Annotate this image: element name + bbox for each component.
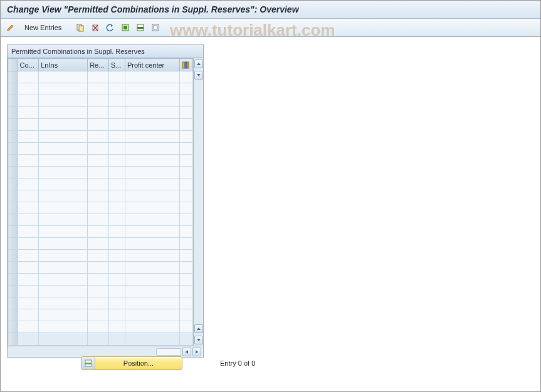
cell[interactable] xyxy=(125,178,179,190)
col-header-profit-center[interactable]: Profit center xyxy=(125,59,179,71)
cell[interactable] xyxy=(179,238,192,250)
row-selector[interactable] xyxy=(8,297,18,309)
cell[interactable] xyxy=(108,119,125,131)
row-selector[interactable] xyxy=(8,143,18,155)
cell[interactable] xyxy=(125,131,179,143)
cell[interactable] xyxy=(18,250,39,262)
table-row[interactable] xyxy=(8,178,193,190)
cell[interactable] xyxy=(88,202,109,214)
copy-as-button[interactable] xyxy=(74,21,87,34)
row-selector[interactable] xyxy=(8,321,18,333)
cell[interactable] xyxy=(18,190,39,202)
cell[interactable] xyxy=(125,95,179,107)
hscroll-track[interactable] xyxy=(156,348,181,356)
cell[interactable] xyxy=(179,321,192,333)
delete-button[interactable] xyxy=(89,21,102,34)
table-row[interactable] xyxy=(8,119,193,131)
cell[interactable] xyxy=(179,190,192,202)
cell[interactable] xyxy=(88,143,109,155)
cell[interactable] xyxy=(39,250,88,262)
scroll-right-button[interactable] xyxy=(192,348,201,356)
table-row[interactable] xyxy=(8,262,193,274)
cell[interactable] xyxy=(125,143,179,155)
table-row[interactable] xyxy=(8,167,193,178)
cell[interactable] xyxy=(125,167,179,178)
row-selector[interactable] xyxy=(8,190,18,202)
new-entries-button[interactable]: New Entries xyxy=(19,21,66,34)
cell[interactable] xyxy=(108,274,125,286)
cell[interactable] xyxy=(39,71,88,83)
table-row[interactable] xyxy=(8,190,193,202)
cell[interactable] xyxy=(18,226,39,238)
row-selector[interactable] xyxy=(8,238,18,250)
cell[interactable] xyxy=(18,262,39,274)
row-selector[interactable] xyxy=(8,83,18,95)
cell[interactable] xyxy=(39,107,88,119)
cell[interactable] xyxy=(88,286,109,297)
cell[interactable] xyxy=(39,202,88,214)
cell[interactable] xyxy=(125,274,179,286)
cell[interactable] xyxy=(108,71,125,83)
row-selector[interactable] xyxy=(8,214,18,226)
cell[interactable] xyxy=(125,309,179,321)
select-all-button[interactable] xyxy=(119,21,132,34)
cell[interactable] xyxy=(179,167,192,178)
cell[interactable] xyxy=(88,238,109,250)
cell[interactable] xyxy=(88,309,109,321)
col-header-re[interactable]: Re... xyxy=(88,59,109,71)
row-selector[interactable] xyxy=(8,226,18,238)
cell[interactable] xyxy=(18,309,39,321)
cell[interactable] xyxy=(18,202,39,214)
cell[interactable] xyxy=(88,297,109,309)
cell[interactable] xyxy=(125,83,179,95)
cell[interactable] xyxy=(108,131,125,143)
cell[interactable] xyxy=(88,119,109,131)
cell[interactable] xyxy=(179,155,192,167)
cell[interactable] xyxy=(179,119,192,131)
cell[interactable] xyxy=(18,155,39,167)
cell[interactable] xyxy=(39,262,88,274)
cell[interactable] xyxy=(108,167,125,178)
row-selector[interactable] xyxy=(8,250,18,262)
cell[interactable] xyxy=(179,262,192,274)
cell[interactable] xyxy=(88,155,109,167)
row-selector[interactable] xyxy=(8,95,18,107)
cell[interactable] xyxy=(108,190,125,202)
row-selector[interactable] xyxy=(8,131,18,143)
cell[interactable] xyxy=(18,83,39,95)
scroll-down-button[interactable] xyxy=(194,71,203,80)
row-selector[interactable] xyxy=(8,202,18,214)
cell[interactable] xyxy=(108,297,125,309)
cell[interactable] xyxy=(18,167,39,178)
cell[interactable] xyxy=(179,250,192,262)
cell[interactable] xyxy=(39,190,88,202)
deselect-all-button[interactable] xyxy=(149,21,162,34)
scroll-down-bottom-button[interactable] xyxy=(194,336,203,344)
cell[interactable] xyxy=(39,178,88,190)
table-row[interactable] xyxy=(8,274,193,286)
table-row[interactable] xyxy=(8,250,193,262)
row-selector[interactable] xyxy=(8,71,18,83)
scroll-up-bottom-button[interactable] xyxy=(194,324,203,333)
cell[interactable] xyxy=(39,83,88,95)
cell[interactable] xyxy=(39,321,88,333)
cell[interactable] xyxy=(18,107,39,119)
cell[interactable] xyxy=(125,321,179,333)
cell[interactable] xyxy=(125,202,179,214)
cell[interactable] xyxy=(125,214,179,226)
position-button[interactable]: Position... xyxy=(81,356,182,370)
table-row[interactable] xyxy=(8,226,193,238)
cell[interactable] xyxy=(39,143,88,155)
cell[interactable] xyxy=(18,143,39,155)
table-row[interactable] xyxy=(8,238,193,250)
toggle-change-display-button[interactable] xyxy=(4,21,17,34)
cell[interactable] xyxy=(108,321,125,333)
cell[interactable] xyxy=(108,214,125,226)
cell[interactable] xyxy=(125,286,179,297)
row-selector[interactable] xyxy=(8,107,18,119)
cell[interactable] xyxy=(39,131,88,143)
table-row[interactable] xyxy=(8,143,193,155)
cell[interactable] xyxy=(179,71,192,83)
cell[interactable] xyxy=(179,226,192,238)
cell[interactable] xyxy=(125,71,179,83)
